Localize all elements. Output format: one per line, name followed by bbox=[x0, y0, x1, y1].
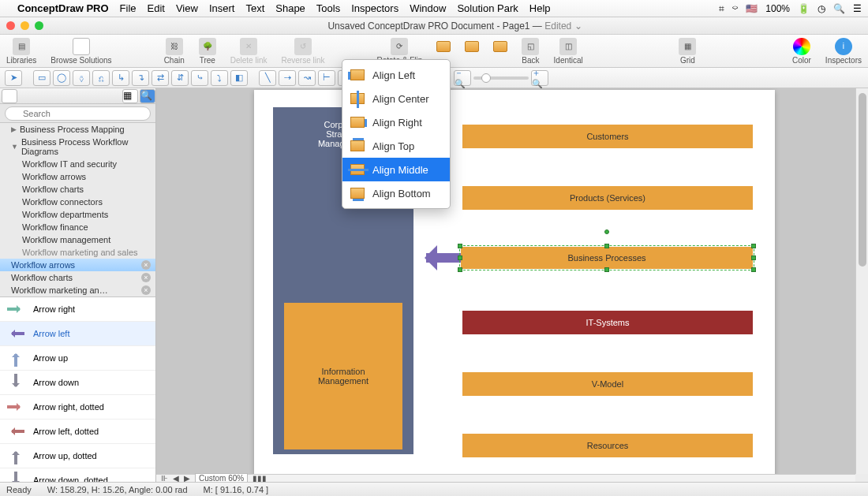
shape-arrow-up-dotted[interactable]: Arrow up, dotted bbox=[0, 444, 155, 468]
line-tool-4[interactable]: ⊢ bbox=[318, 70, 335, 86]
align-right[interactable]: Align Right bbox=[342, 110, 450, 134]
rect-tool[interactable]: ▭ bbox=[33, 70, 51, 86]
close-icon[interactable]: × bbox=[141, 260, 151, 270]
line-tool-3[interactable]: ↝ bbox=[298, 70, 316, 86]
resize-handle[interactable] bbox=[751, 267, 756, 272]
open-lib-0[interactable]: Workflow arrows× bbox=[0, 259, 155, 271]
open-lib-2[interactable]: Workflow marketing an…× bbox=[0, 284, 155, 296]
shape-vmodel[interactable]: V-Model bbox=[462, 372, 753, 396]
connector-tool-8[interactable]: ⤵ bbox=[211, 70, 228, 86]
library-view-toggle[interactable] bbox=[2, 89, 17, 103]
wifi-icon[interactable]: ⌔ bbox=[732, 3, 738, 14]
connector-tool-1[interactable]: ⎀ bbox=[73, 70, 90, 86]
align-center[interactable]: Align Center bbox=[342, 87, 450, 110]
resize-handle[interactable] bbox=[458, 267, 462, 272]
shape-it-systems[interactable]: IT-Systems bbox=[462, 311, 753, 334]
tree-child-6[interactable]: Workflow management bbox=[0, 233, 155, 246]
shape-info-mgmt[interactable]: Information Management bbox=[284, 303, 402, 449]
size-icon[interactable] bbox=[493, 41, 507, 52]
menu-help[interactable]: Help bbox=[529, 2, 551, 14]
resize-handle[interactable] bbox=[604, 244, 609, 248]
connector-tool-4[interactable]: ↴ bbox=[132, 70, 149, 86]
rotate-handle[interactable] bbox=[604, 229, 609, 234]
line-tool-2[interactable]: ⇢ bbox=[279, 70, 296, 86]
shape-arrow-left-dotted[interactable]: Arrow left, dotted bbox=[0, 420, 155, 444]
shape-resources[interactable]: Resources bbox=[462, 434, 753, 457]
inspectors-icon[interactable]: i bbox=[835, 38, 852, 55]
back-icon[interactable]: ◱ bbox=[522, 38, 539, 55]
tree-child-5[interactable]: Workflow finance bbox=[0, 221, 155, 233]
libraries-icon[interactable]: ▤ bbox=[13, 38, 30, 55]
shape-arrow-down[interactable]: Arrow down bbox=[0, 371, 155, 395]
menu-file[interactable]: File bbox=[120, 2, 137, 14]
align-top[interactable]: Align Top bbox=[342, 134, 450, 158]
connector-tool-7[interactable]: ⤷ bbox=[191, 70, 208, 86]
zoom-out[interactable]: －🔍 bbox=[454, 70, 471, 86]
tree-icon[interactable]: 🌳 bbox=[199, 38, 216, 55]
shape-arrow-right[interactable]: Arrow right bbox=[0, 297, 155, 322]
shape-arrow-right-dotted[interactable]: Arrow right, dotted bbox=[0, 395, 155, 420]
resize-handle[interactable] bbox=[458, 255, 462, 260]
align-middle[interactable]: Align Middle bbox=[342, 158, 450, 181]
distribute-icon[interactable] bbox=[465, 41, 479, 52]
tree-group-bpwd[interactable]: ▼Business Process Workflow Diagrams bbox=[0, 136, 155, 158]
selected-group[interactable]: Business Processes bbox=[412, 242, 759, 274]
library-grid-icon[interactable]: ▦ bbox=[122, 89, 138, 103]
tree-child-1[interactable]: Workflow arrows bbox=[0, 170, 155, 183]
shape-arrow-up[interactable]: Arrow up bbox=[0, 346, 155, 371]
tree-group-bpm[interactable]: ▶Business Process Mapping bbox=[0, 123, 155, 136]
close-icon[interactable]: × bbox=[141, 285, 151, 295]
shape-arrow-down-dotted[interactable]: Arrow down, dotted bbox=[0, 468, 155, 482]
clock-icon[interactable]: ◷ bbox=[817, 3, 825, 14]
connector-tool-6[interactable]: ⇵ bbox=[171, 70, 189, 86]
drawing-page[interactable]: Corporate Strategic Management Informati… bbox=[254, 90, 775, 474]
canvas-area[interactable]: Corporate Strategic Management Informati… bbox=[156, 88, 855, 474]
tree-child-7[interactable]: Workflow marketing and sales bbox=[0, 246, 155, 259]
open-lib-1[interactable]: Workflow charts× bbox=[0, 271, 155, 284]
chevron-down-icon[interactable]: ⌄ bbox=[574, 21, 582, 32]
menu-solution-park[interactable]: Solution Park bbox=[457, 2, 518, 14]
resize-handle[interactable] bbox=[751, 255, 756, 260]
menu-window[interactable]: Window bbox=[410, 2, 446, 14]
battery-icon[interactable]: 🔋 bbox=[798, 3, 810, 14]
zoom-icon[interactable] bbox=[35, 21, 43, 30]
tree-child-0[interactable]: Workflow IT and security bbox=[0, 158, 155, 170]
menu-text[interactable]: Text bbox=[245, 2, 264, 14]
align-dropdown-icon[interactable] bbox=[436, 41, 451, 52]
tree-child-2[interactable]: Workflow charts bbox=[0, 183, 155, 196]
connector-tool-9[interactable]: ◧ bbox=[230, 70, 248, 86]
align-bottom[interactable]: Align Bottom bbox=[342, 181, 450, 205]
resize-handle[interactable] bbox=[458, 244, 462, 248]
flag-icon[interactable]: 🇺🇸 bbox=[746, 3, 758, 14]
line-tool-1[interactable]: ╲ bbox=[259, 70, 276, 86]
menu-icon[interactable]: ☰ bbox=[853, 3, 862, 14]
zoom-slider[interactable] bbox=[473, 76, 529, 80]
menu-shape[interactable]: Shape bbox=[275, 2, 305, 14]
resize-handle[interactable] bbox=[604, 267, 609, 272]
connector-tool-3[interactable]: ↳ bbox=[112, 70, 129, 86]
tree-child-4[interactable]: Workflow departments bbox=[0, 208, 155, 221]
menu-edit[interactable]: Edit bbox=[148, 2, 165, 14]
align-left[interactable]: Align Left bbox=[342, 63, 450, 87]
resize-handle[interactable] bbox=[751, 244, 756, 248]
layout-icon[interactable]: ⌗ bbox=[719, 3, 724, 14]
minimize-icon[interactable] bbox=[21, 21, 29, 30]
connector-tool-2[interactable]: ⎌ bbox=[92, 70, 110, 86]
menu-tools[interactable]: Tools bbox=[316, 2, 340, 14]
menu-inspectors[interactable]: Inspectors bbox=[351, 2, 398, 14]
shape-arrow-left[interactable]: Arrow left bbox=[0, 322, 155, 346]
color-icon[interactable] bbox=[793, 38, 810, 55]
pointer-tool[interactable]: ➤ bbox=[5, 70, 22, 86]
scrollbar-thumb[interactable] bbox=[859, 93, 866, 267]
library-search-icon[interactable]: 🔍 bbox=[140, 89, 155, 103]
spotlight-icon[interactable]: 🔍 bbox=[833, 3, 845, 14]
zoom-in[interactable]: ＋🔍 bbox=[531, 70, 548, 86]
rotate-icon[interactable]: ⟳ bbox=[391, 38, 408, 55]
menu-insert[interactable]: Insert bbox=[209, 2, 235, 14]
identical-icon[interactable]: ◫ bbox=[559, 38, 577, 55]
connector-tool-5[interactable]: ⇄ bbox=[152, 70, 169, 86]
close-icon[interactable]: × bbox=[141, 273, 151, 282]
browse-icon[interactable] bbox=[73, 38, 90, 55]
tree-child-3[interactable]: Workflow connectors bbox=[0, 196, 155, 208]
app-name[interactable]: ConceptDraw PRO bbox=[17, 2, 109, 14]
